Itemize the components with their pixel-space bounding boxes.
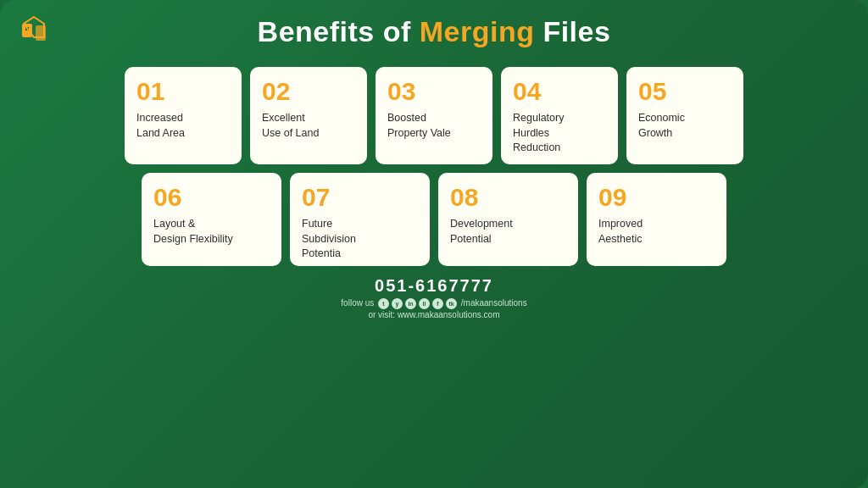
card-08: 08 DevelopmentPotential [438,173,578,266]
card-06-number: 06 [153,185,270,210]
twitter-icon: t [378,298,389,309]
logo-icon [19,12,49,42]
social-icons: t y in li f tk [378,298,457,309]
card-09-number: 09 [598,185,715,210]
card-07: 07 FutureSubdivisionPotentia [290,173,430,266]
main-container: Benefits of Merging Files 01 IncreasedLa… [0,0,868,488]
social-handle: /makaansolutions [461,298,527,308]
card-06: 06 Layout &Design Flexibility [142,173,281,266]
card-05-label: EconomicGrowth [638,111,732,141]
facebook-icon: f [432,298,443,309]
page-title: Benefits of Merging Files [258,15,611,48]
card-08-number: 08 [450,185,566,210]
card-08-label: DevelopmentPotential [450,217,566,247]
card-07-label: FutureSubdivisionPotentia [302,217,418,262]
cards-bottom-row: 06 Layout &Design Flexibility 07 FutureS… [142,173,726,266]
footer: 051-6167777 follow us t y in li f tk /ma… [341,276,526,319]
linkedin-icon: li [419,298,430,309]
svg-rect-3 [36,25,46,41]
follow-line: follow us t y in li f tk /makaansolution… [341,298,526,309]
card-02-number: 02 [262,79,355,104]
card-02: 02 ExcellentUse of Land [250,67,367,164]
card-01-label: IncreasedLand Area [136,111,230,141]
card-07-number: 07 [302,185,418,210]
instagram-icon: in [405,298,416,309]
card-02-label: ExcellentUse of Land [262,111,355,141]
card-04-label: RegulatoryHurdlesReduction [513,111,606,156]
card-06-label: Layout &Design Flexibility [153,217,270,247]
card-05-number: 05 [638,79,732,104]
card-04: 04 RegulatoryHurdlesReduction [501,67,618,164]
cards-top-row: 01 IncreasedLand Area 02 ExcellentUse of… [125,67,743,164]
follow-text: follow us [341,298,374,308]
card-03-label: BoostedProperty Vale [387,111,481,141]
phone-number: 051-6167777 [341,276,526,296]
card-04-number: 04 [513,79,606,104]
card-03: 03 BoostedProperty Vale [376,67,492,164]
tiktok-icon: tk [446,298,457,309]
card-03-number: 03 [387,79,481,104]
visit-line: or visit: www.makaansolutions.com [341,310,526,319]
card-01-number: 01 [136,79,230,104]
card-01: 01 IncreasedLand Area [125,67,242,164]
card-09-label: ImprovedAesthetic [598,217,715,247]
card-09: 09 ImprovedAesthetic [587,173,726,266]
youtube-icon: y [392,298,403,309]
card-05: 05 EconomicGrowth [626,67,743,164]
